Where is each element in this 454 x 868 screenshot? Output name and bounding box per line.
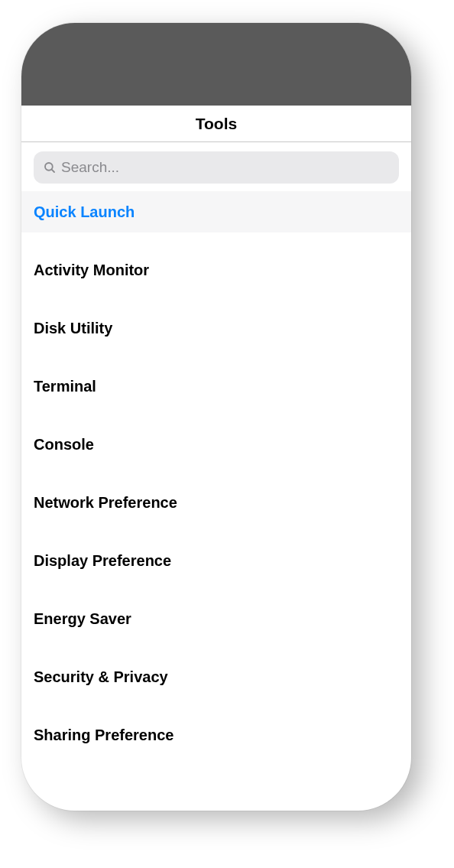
status-bar: [21, 23, 411, 106]
list-item-network-preference[interactable]: Network Preference: [21, 482, 411, 523]
list-item-security-privacy[interactable]: Security & Privacy: [21, 656, 411, 697]
list-item-label: Sharing Preference: [34, 727, 173, 744]
list-item-label: Energy Saver: [34, 610, 131, 628]
list-item-label: Security & Privacy: [34, 668, 168, 686]
device-frame: Tools Quick Launch Activity Monitor: [21, 23, 411, 811]
list-item-disk-utility[interactable]: Disk Utility: [21, 307, 411, 349]
search-input[interactable]: [61, 159, 390, 176]
list-item-energy-saver[interactable]: Energy Saver: [21, 598, 411, 639]
list-item-label: Disk Utility: [34, 320, 112, 337]
search-container: [21, 142, 411, 191]
list-item-label: Console: [34, 436, 94, 454]
nav-bar: Tools: [21, 106, 411, 142]
list-item-label: Quick Launch: [34, 203, 135, 221]
list-item-label: Terminal: [34, 378, 96, 395]
tools-list: Quick Launch Activity Monitor Disk Utili…: [21, 191, 411, 756]
page-title: Tools: [196, 115, 237, 133]
list-item-display-preference[interactable]: Display Preference: [21, 540, 411, 581]
list-item-sharing-preference[interactable]: Sharing Preference: [21, 714, 411, 756]
list-item-console[interactable]: Console: [21, 424, 411, 465]
list-item-label: Network Preference: [34, 494, 177, 512]
search-icon: [43, 161, 57, 174]
search-field[interactable]: [34, 151, 399, 184]
list-item-quick-launch[interactable]: Quick Launch: [21, 191, 411, 232]
list-item-label: Activity Monitor: [34, 262, 149, 279]
list-item-terminal[interactable]: Terminal: [21, 366, 411, 407]
list-item-activity-monitor[interactable]: Activity Monitor: [21, 249, 411, 291]
list-item-label: Display Preference: [34, 552, 171, 570]
svg-line-1: [51, 169, 54, 172]
